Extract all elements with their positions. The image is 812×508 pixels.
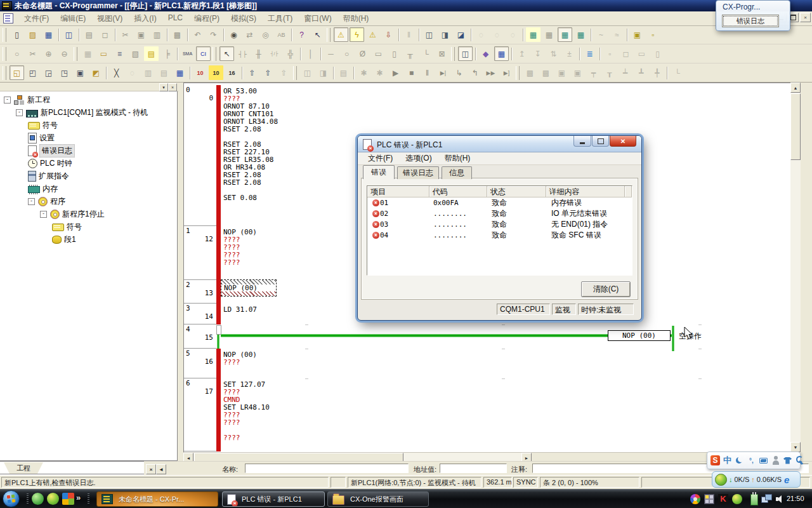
decimal-view-button[interactable]: 10 (193, 65, 207, 80)
tree-item[interactable]: -新PLC1[CQM1] 监视模式 - 待机 (16, 106, 148, 119)
scroll-down-button[interactable]: ▼ (790, 442, 801, 452)
tree-item[interactable]: -新工程 (4, 93, 50, 106)
debug-pause-a-button[interactable]: ✱ (357, 65, 371, 80)
build-window-button[interactable]: ◰ (25, 65, 40, 80)
force-reset-bar-button[interactable]: ┻ (634, 65, 648, 80)
differentiate-up-button[interactable]: ┯ (586, 65, 601, 80)
continuous-step-button[interactable]: ▶▶ (483, 65, 498, 80)
context-help-button[interactable]: ↖ (310, 27, 325, 42)
print-preview-button[interactable]: ◻ (98, 27, 112, 42)
cursor-cell-box[interactable] (216, 325, 221, 335)
toolbar-grip[interactable] (3, 47, 6, 61)
column-header[interactable]: 项目 (367, 186, 429, 197)
popup-error-log-button[interactable]: 错误日志 (722, 15, 779, 27)
run-to-cursor-button[interactable]: ▶] (499, 65, 514, 80)
error-row[interactable]: ×010x00FA致命内存错误 (367, 197, 632, 208)
find-button[interactable]: ◉ (226, 27, 241, 42)
go-to-input-button[interactable]: ⇧ (277, 65, 291, 80)
start-button[interactable] (3, 490, 20, 507)
person-icon[interactable] (771, 455, 780, 465)
error-row[interactable]: ×04........致命致命 SFC 错误 (367, 230, 632, 241)
fields-close-button[interactable]: × (146, 464, 156, 474)
dialog-menu-item[interactable]: 帮助(H) (438, 152, 477, 165)
tree-item[interactable]: 扩展指令 (28, 170, 69, 182)
save-button[interactable]: ▦ (41, 27, 56, 42)
name-input[interactable] (245, 464, 409, 473)
tree-expander-icon[interactable]: - (4, 97, 11, 104)
tree-item[interactable]: 错误日志 (28, 144, 75, 157)
toolbar-grip[interactable] (3, 66, 6, 80)
quicklaunch-antivirus-icon[interactable] (32, 493, 44, 505)
step-out-button[interactable]: ↰ (468, 65, 482, 80)
show-hierarchy-button[interactable]: ╞ (160, 46, 174, 61)
error-row[interactable]: ×03........致命无 END(01) 指令 (367, 219, 632, 230)
transfer-from-plc-button[interactable]: ◌ (490, 27, 504, 42)
error-list-header[interactable]: 项目代码状态详细内容 (367, 186, 632, 197)
tree-item[interactable]: 设置 (28, 131, 55, 144)
toolbar-grip[interactable] (74, 47, 77, 61)
tree-panel-close-button[interactable]: × (168, 83, 177, 91)
show-grid-button[interactable]: ▦ (81, 46, 95, 61)
dialog-minimize-button[interactable] (573, 136, 591, 147)
rung-margin-cell[interactable]: 617 (184, 378, 216, 451)
kaspersky-tray-icon[interactable]: K (718, 494, 728, 504)
menu-item[interactable]: 文件(F) (18, 12, 55, 25)
io-table-button[interactable]: ▤ (157, 65, 171, 80)
new-contact-or-button[interactable]: ╫ (251, 46, 266, 61)
tree-item[interactable]: PLC 时钟 (28, 157, 72, 170)
run-mode-button[interactable]: ▦ (526, 27, 540, 42)
cross-reference-button[interactable]: ╳ (109, 65, 124, 80)
dialog-menu-item[interactable]: 选项(O) (399, 152, 438, 165)
zoom-out-button[interactable]: ⊖ (57, 46, 72, 61)
taskband-grip[interactable] (88, 493, 89, 505)
new-pls-button[interactable]: ▭ (371, 46, 386, 61)
pages-monitor-button[interactable]: ◫ (458, 46, 473, 61)
zoom-button[interactable]: ○ (10, 46, 24, 61)
toolbar-grip[interactable] (327, 28, 331, 42)
paste-rung-button[interactable]: ▩ (170, 27, 185, 42)
io-comment-view-button[interactable]: ≣ (582, 46, 597, 61)
tree-panel-menu-button[interactable]: ▾ (159, 83, 168, 91)
protection-release-button[interactable]: ▫ (646, 27, 660, 42)
menu-item[interactable]: 编辑(E) (55, 12, 91, 25)
menu-item[interactable]: 模拟(S) (225, 12, 262, 25)
cxone-tray-icon[interactable] (732, 494, 742, 504)
tree-item[interactable]: 符号 (28, 119, 58, 131)
clock[interactable]: 21:50 (787, 495, 804, 502)
toolbar-grip[interactable] (3, 28, 6, 42)
task-button[interactable]: PLC 错误 - 新PLC1 (222, 491, 325, 507)
time-chart-button[interactable]: ≈ (610, 27, 624, 42)
address-ref-window-button[interactable]: ▯ (650, 46, 665, 61)
new-closed-contact-button[interactable]: ┤/├ (267, 46, 282, 61)
dialog-tab-messages[interactable]: 信息 (442, 166, 472, 179)
watch-window-button[interactable]: ▫ (603, 46, 617, 61)
monitor-mode-alt-button[interactable]: ▦ (542, 27, 556, 42)
toggle-force-bar-button[interactable]: ╇ (650, 65, 664, 80)
scroll-up-button[interactable]: ▲ (790, 83, 801, 93)
help-button[interactable]: ? (294, 27, 309, 42)
tree-item[interactable]: -新程序1停止 (40, 208, 105, 220)
return-corner-button[interactable]: └ (670, 65, 684, 80)
selection-hatch[interactable]: NOP (00) (221, 279, 277, 297)
rung-margin-cell[interactable]: 112 (184, 226, 216, 280)
toolbar-grip[interactable] (451, 47, 455, 61)
moon-icon[interactable] (735, 455, 744, 465)
show-rung-annotation-button[interactable]: ≡ (112, 46, 127, 61)
new-l-connect-button[interactable]: └ (419, 46, 433, 61)
differential-monitor-button[interactable]: ◆ (478, 46, 493, 61)
auto-online-button[interactable]: ◨ (438, 27, 452, 42)
rung-margin-cell[interactable]: 516 (184, 349, 216, 378)
tree-expander-icon[interactable]: - (40, 211, 47, 218)
new-contact-button[interactable]: ┤├ (235, 46, 250, 61)
net-ball-icon[interactable] (715, 474, 727, 486)
compare-with-plc-button[interactable]: ◌ (506, 27, 520, 42)
error-list[interactable]: 项目代码状态详细内容 ×010x00FA致命内存错误×02........致命I… (367, 185, 632, 276)
palette-tray-icon[interactable] (690, 494, 700, 504)
rung-margin-cell[interactable]: 00 (184, 85, 216, 226)
properties-window-button[interactable]: ◩ (89, 65, 103, 80)
address-substitute-button[interactable]: AB (274, 27, 289, 42)
open-file-button[interactable]: ▨ (25, 27, 40, 42)
ci-dialog-button[interactable]: CI (196, 46, 211, 61)
new-file-button[interactable]: ▯ (10, 27, 24, 42)
select-mode-button[interactable]: ↖ (219, 46, 234, 61)
